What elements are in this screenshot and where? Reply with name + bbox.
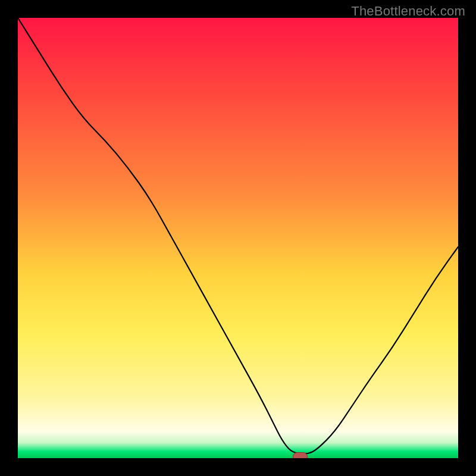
chart-frame: TheBottleneck.com [0, 0, 476, 476]
optimal-marker [293, 452, 308, 458]
bottleneck-curve [18, 18, 458, 458]
watermark-label: TheBottleneck.com [351, 4, 465, 19]
plot-area [18, 18, 458, 458]
